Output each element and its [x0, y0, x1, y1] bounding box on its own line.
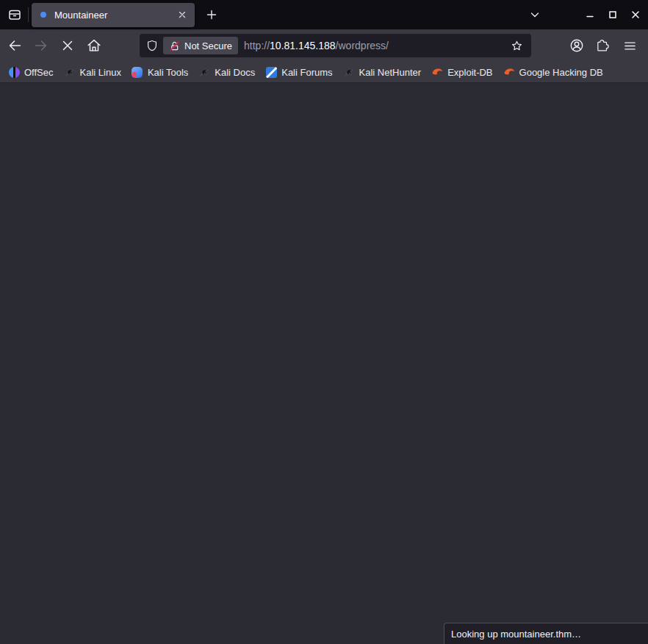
- bookmark-kali-tools[interactable]: Kali Tools: [126, 63, 193, 81]
- chevron-down-icon: [529, 9, 541, 21]
- menu-button[interactable]: [617, 33, 642, 58]
- exploit-db-logo-icon: [431, 66, 443, 78]
- bookmark-label: Kali Forums: [281, 67, 332, 78]
- bookmark-label: OffSec: [24, 67, 54, 78]
- offsec-logo-icon: [8, 66, 20, 78]
- site-security-chip[interactable]: Not Secure: [163, 37, 238, 54]
- maximize-icon: [608, 10, 618, 20]
- window-close-button[interactable]: [624, 4, 647, 26]
- window-maximize-button[interactable]: [602, 4, 624, 26]
- url-text: http://10.81.145.188/wordpress/: [244, 40, 389, 51]
- bookmark-offsec[interactable]: OffSec: [3, 63, 59, 81]
- bookmarks-toolbar: OffSec Kali Linux Kali Tools Kali Docs K…: [0, 62, 648, 83]
- close-icon: [630, 10, 641, 20]
- account-button[interactable]: [564, 33, 589, 58]
- active-tab[interactable]: Mountaineer: [32, 3, 195, 27]
- kali-dragon-icon: [64, 66, 76, 78]
- home-icon: [86, 37, 102, 54]
- forward-button[interactable]: [29, 33, 54, 58]
- bookmark-label: Kali Linux: [80, 67, 121, 78]
- new-tab-button[interactable]: [201, 4, 223, 26]
- status-panel: Looking up mountaineer.thm…: [444, 623, 648, 644]
- bookmark-star-button[interactable]: [506, 35, 527, 56]
- tab-separator: [28, 7, 29, 22]
- account-icon: [569, 37, 585, 54]
- plus-icon: [206, 9, 217, 21]
- bookmark-label: Kali Tools: [148, 67, 188, 78]
- kali-dragon-icon: [198, 66, 210, 78]
- url-bar[interactable]: Not Secure http://10.81.145.188/wordpres…: [140, 34, 531, 57]
- extensions-button[interactable]: [591, 33, 616, 58]
- tab-title: Mountaineer: [54, 10, 173, 21]
- tab-bar: Mountaineer: [0, 0, 648, 29]
- tab-close-button[interactable]: [173, 6, 191, 24]
- bookmark-kali-docs[interactable]: Kali Docs: [193, 63, 260, 81]
- hamburger-icon: [622, 38, 638, 54]
- url-path: /wordpress/: [336, 40, 389, 51]
- insecure-lock-icon: [169, 40, 180, 51]
- firefox-view-button[interactable]: [4, 4, 26, 26]
- minimize-icon: [585, 10, 595, 20]
- close-icon: [178, 10, 187, 19]
- security-chip-label: Not Secure: [184, 40, 232, 51]
- status-text: Looking up mountaineer.thm…: [451, 629, 581, 640]
- navigation-toolbar: Not Secure http://10.81.145.188/wordpres…: [0, 29, 648, 62]
- bookmark-exploit-db[interactable]: Exploit-DB: [426, 63, 497, 81]
- bookmark-label: Kali NetHunter: [359, 67, 422, 78]
- kali-dragon-icon: [343, 66, 355, 78]
- back-button[interactable]: [2, 33, 27, 58]
- tracking-protection-button[interactable]: [143, 36, 162, 55]
- bookmark-google-hacking-db[interactable]: Google Hacking DB: [498, 63, 608, 81]
- kali-forums-logo-icon: [265, 66, 277, 78]
- kali-tools-logo-icon: [132, 66, 143, 78]
- page-content: [0, 83, 648, 644]
- forward-arrow-icon: [33, 37, 49, 54]
- bookmark-kali-nethunter[interactable]: Kali NetHunter: [338, 63, 427, 81]
- home-button[interactable]: [82, 33, 107, 58]
- shield-icon: [145, 39, 159, 52]
- bookmark-kali-linux[interactable]: Kali Linux: [59, 63, 126, 81]
- exploit-db-logo-icon: [503, 66, 515, 78]
- bookmark-label: Kali Docs: [215, 67, 255, 78]
- url-host: 10.81.145.188: [270, 40, 336, 51]
- puzzle-icon: [596, 38, 611, 54]
- bookmark-label: Exploit-DB: [447, 67, 492, 78]
- tab-loading-indicator: [40, 12, 46, 18]
- back-arrow-icon: [7, 37, 23, 54]
- window-minimize-button[interactable]: [579, 4, 601, 26]
- stop-button[interactable]: [55, 33, 80, 58]
- stop-x-icon: [60, 37, 76, 54]
- list-all-tabs-button[interactable]: [524, 4, 546, 26]
- firefox-view-icon: [7, 7, 22, 22]
- star-icon: [510, 39, 524, 53]
- bookmark-label: Google Hacking DB: [519, 67, 603, 78]
- url-scheme: http://: [244, 40, 270, 51]
- bookmark-kali-forums[interactable]: Kali Forums: [260, 63, 337, 81]
